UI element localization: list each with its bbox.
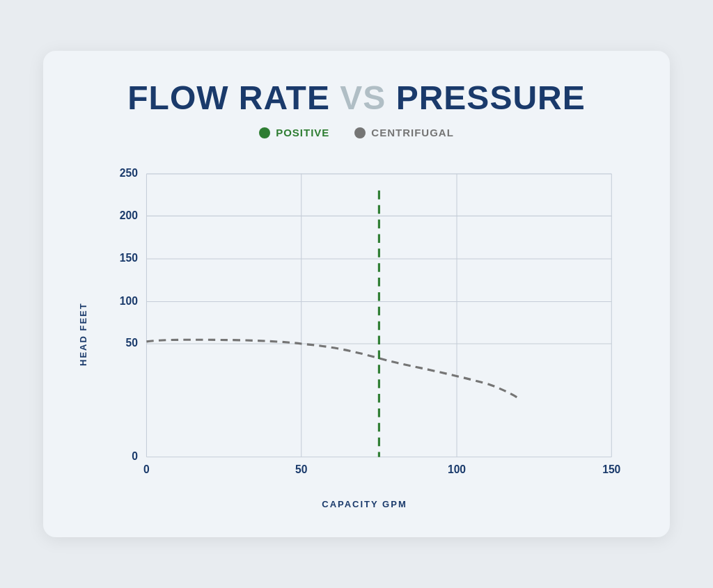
svg-text:100: 100: [448, 463, 466, 475]
svg-text:50: 50: [295, 463, 308, 475]
chart-title: FLOW RATE VS PRESSURE: [78, 79, 635, 117]
svg-text:200: 200: [120, 209, 138, 221]
svg-text:150: 150: [120, 252, 138, 264]
chart-container: 0 50 100 150 200 250 0 50 100 150 CAPACI…: [94, 159, 635, 509]
legend-label-centrifugal: CENTRIFUGAL: [371, 127, 454, 138]
title-pressure: PRESSURE: [396, 79, 586, 116]
chart-svg: 0 50 100 150 200 250 0 50 100 150: [94, 159, 635, 493]
title-vs: VS: [340, 79, 386, 116]
legend: POSITIVE CENTRIFUGAL: [78, 127, 635, 138]
svg-text:50: 50: [126, 337, 139, 349]
svg-text:0: 0: [132, 450, 138, 462]
svg-text:150: 150: [602, 463, 620, 475]
legend-dot-positive: [259, 127, 270, 138]
svg-text:250: 250: [120, 167, 138, 179]
card: FLOW RATE VS PRESSURE POSITIVE CENTRIFUG…: [43, 51, 670, 537]
title-flow-rate: FLOW RATE: [127, 79, 330, 116]
legend-dot-centrifugal: [354, 127, 366, 138]
legend-label-positive: POSITIVE: [276, 127, 329, 138]
svg-text:0: 0: [143, 463, 150, 475]
svg-text:100: 100: [120, 295, 138, 307]
legend-positive: POSITIVE: [259, 127, 329, 138]
legend-centrifugal: CENTRIFUGAL: [354, 127, 454, 138]
x-axis-label: CAPACITY GPM: [94, 499, 635, 509]
y-axis-label: HEAD FEET: [78, 159, 88, 509]
chart-area: HEAD FEET: [78, 159, 635, 509]
